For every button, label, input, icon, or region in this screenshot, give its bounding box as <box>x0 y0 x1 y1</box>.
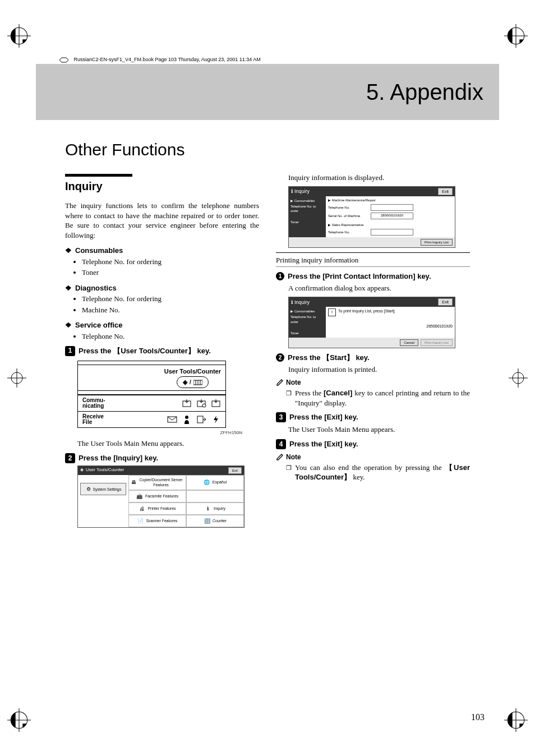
step-number-badge: 3 <box>276 412 286 422</box>
menu-cell[interactable]: 🌐Español <box>186 475 244 490</box>
menu-cell[interactable]: 🖨Printer Features <box>128 503 186 515</box>
user-tools-label: User Tools/Counter <box>164 367 221 376</box>
exit-key: [Exit] <box>324 413 343 421</box>
main-heading: ▶ Machine Maintenance/Repair <box>328 198 453 202</box>
field-label: Telephone No. <box>328 205 368 210</box>
step-2: 2 Press the [Inquiry] key. <box>65 453 259 463</box>
list-item: Telephone No. for ordering <box>82 257 259 267</box>
list-item: Telephone No. <box>82 331 259 342</box>
field-value <box>371 229 413 236</box>
crosshair-icon <box>3 365 30 391</box>
counter-icon: 🔢 <box>204 518 210 524</box>
note-item: ❐ You can also end the operation by pres… <box>286 463 470 482</box>
checkbox-icon: ❐ <box>286 464 292 482</box>
user-tools-menu-screenshot: ◈User Tools/Counter Exit ⚙ System Settin… <box>77 465 245 528</box>
crosshair-icon <box>505 365 532 391</box>
svg-point-32 <box>202 404 206 407</box>
header-text: RussianC2-EN-sysF1_V4_FM.book Page 103 T… <box>74 57 261 62</box>
svg-rect-36 <box>197 416 203 423</box>
page-number: 103 <box>471 712 485 722</box>
inquiry-heading: Inquiry <box>65 174 132 194</box>
right-column: Inquiry information is displayed. ℹInqui… <box>276 170 470 531</box>
step-text: Press the [Exit] key. <box>289 412 358 422</box>
lightning-icon <box>211 415 221 424</box>
svg-point-35 <box>185 416 188 419</box>
sub-step-badge: 2 <box>276 353 284 362</box>
system-settings-button[interactable]: ⚙ System Settings <box>80 483 126 495</box>
checkbox-icon: ❐ <box>286 389 292 408</box>
field-value <box>371 204 413 211</box>
sub-step-1: 1 Press the [Print Contact Informa­tion]… <box>276 271 470 282</box>
header-metadata: RussianC2-EN-sysF1_V4_FM.book Page 103 T… <box>59 56 261 64</box>
menu-title: ◈User Tools/Counter <box>80 467 124 473</box>
note-item: ❐ Press the [Cancel] key to can­cel prin… <box>286 388 470 408</box>
print-inquiry-button[interactable]: Print Inquiry List <box>421 339 453 346</box>
operation-panel-figure: User Tools/Counter ◈/ Commu- nicating <box>77 361 226 428</box>
note-heading: Note <box>276 453 470 462</box>
service-office-list: Telephone No. <box>82 331 259 342</box>
field-value: 285000101920 <box>371 213 413 219</box>
document-secure-icon <box>196 399 206 408</box>
side-panel: ▶ Consumables Telephone No. to order Ton… <box>289 196 326 237</box>
step-number-badge: 1 <box>65 346 75 356</box>
registration-mark-icon <box>6 707 33 734</box>
info-icon: ℹ <box>205 505 211 512</box>
step3-followup: The User Tools Main Menu ap­pears. <box>288 425 470 435</box>
menu-cell[interactable]: 📠Facsimile Features <box>128 490 186 503</box>
field-label: Serial No. of Machine <box>328 214 368 218</box>
section-title: Other Functions <box>65 140 499 159</box>
step-text: Press the Start key. <box>288 353 370 363</box>
registration-mark-icon <box>502 707 529 734</box>
communicating-label: Commu- nicating <box>82 398 105 409</box>
exit-button[interactable]: Exit <box>438 188 453 195</box>
step-4: 4 Press the [Exit] key. <box>276 439 470 449</box>
start-key: Start <box>322 353 354 362</box>
service-office-heading: Service office <box>65 320 259 330</box>
screen-title: ℹInquiry <box>291 299 310 306</box>
document-down-icon <box>211 399 221 408</box>
step-3: 3 Press the [Exit] key. <box>276 412 470 422</box>
sub1-followup: A confirmation dialog box ap­pears. <box>288 283 470 293</box>
receive-file-label: Receive File <box>82 414 104 425</box>
step-number-badge: 4 <box>276 439 286 449</box>
menu-cell[interactable]: 🔢Counter <box>186 515 244 527</box>
menu-cell[interactable]: ℹInquiry <box>186 503 244 515</box>
gear-icon: ⚙ <box>85 486 92 492</box>
consumables-list: Telephone No. for ordering Toner <box>82 257 259 278</box>
serial-value: 285000101920 <box>426 324 453 329</box>
menu-cell <box>186 490 244 503</box>
pencil-icon <box>276 379 284 386</box>
step-text: Press the [Inquiry] key. <box>79 453 158 463</box>
field-label: Telephone No. <box>328 230 368 234</box>
figure-code: ZFFH150N <box>65 430 242 436</box>
registration-mark-icon <box>502 22 529 49</box>
inquiry-screenshot: ℹInquiry Exit ▶ Consumables Telephone No… <box>288 186 455 248</box>
diagnostics-list: Telephone No. for ordering Machine No. <box>82 294 259 315</box>
exit-button[interactable]: Exit <box>228 467 242 474</box>
inquiry-key: [Inquiry] <box>113 454 142 462</box>
settings-diamond-icon: ◈ <box>183 378 187 386</box>
note-heading: Note <box>276 378 470 387</box>
side-panel: ▶ Consumables Telephone No. to order Ton… <box>289 307 326 337</box>
left-column: Inquiry The inquiry functions lets to co… <box>65 170 259 531</box>
printing-heading: Printing inquiry information <box>276 255 470 265</box>
exit-key: [Exit] <box>324 440 343 448</box>
menu-cell[interactable]: 📄Scanner Features <box>128 515 186 527</box>
screen-title: ℹInquiry <box>291 188 310 195</box>
page: RussianC2-EN-sysF1_V4_FM.book Page 103 T… <box>0 0 535 756</box>
sub-step-2: 2 Press the Start key. <box>276 353 470 363</box>
person-icon <box>182 415 192 424</box>
chapter-title: 5. Appendix <box>366 80 483 105</box>
print-inquiry-button[interactable]: Print Inquiry List <box>421 239 453 246</box>
step-text: Press the User Tools/Counter key. <box>79 346 211 356</box>
scanner-icon: 📄 <box>137 518 144 524</box>
fax-icon: 📠 <box>136 493 143 500</box>
globe-icon: 🌐 <box>204 479 210 486</box>
print-confirm-screenshot: ℹInquiry Exit ▶ Consumables Telephone No… <box>288 297 455 348</box>
list-item: Telephone No. for ordering <box>82 294 259 304</box>
exit-button[interactable]: Exit <box>438 298 453 306</box>
menu-cell[interactable]: 🖶Copier/Document Server Features <box>128 475 186 490</box>
cancel-button[interactable]: Cancel <box>400 339 418 346</box>
document-down-icon <box>182 399 192 408</box>
chapter-bar: 5. Appendix <box>36 64 499 120</box>
